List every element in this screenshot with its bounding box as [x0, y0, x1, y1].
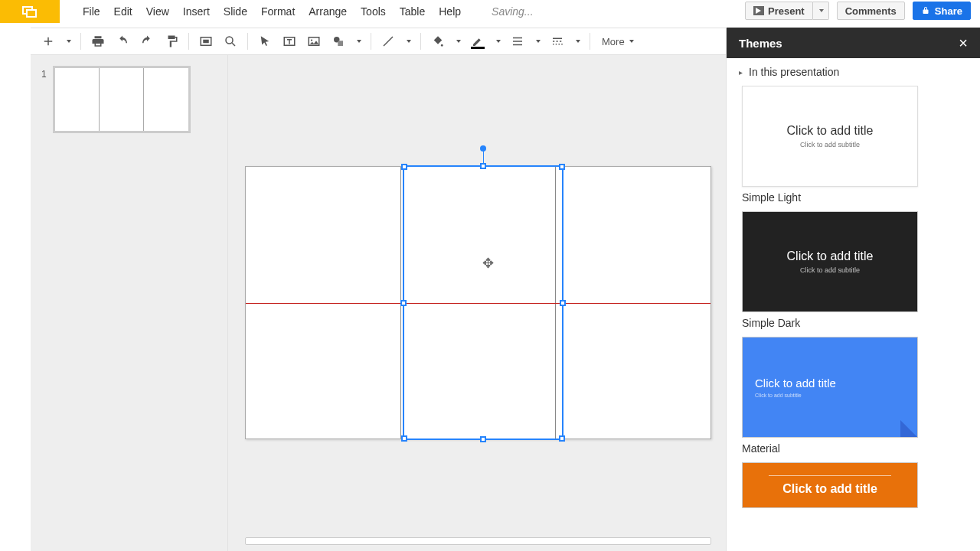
- move-cursor-icon: ✥: [479, 254, 497, 272]
- thumb-guide: [143, 68, 144, 131]
- menu-format[interactable]: Format: [261, 5, 295, 18]
- menu-slide[interactable]: Slide: [224, 5, 247, 18]
- line-dropdown[interactable]: [403, 31, 413, 51]
- canvas-area[interactable]: ✥: [228, 55, 726, 551]
- fill-color-button[interactable]: [428, 31, 448, 51]
- save-status: Saving...: [492, 5, 533, 18]
- theme-preview[interactable]: Click to add title: [742, 462, 918, 508]
- shape-tool[interactable]: [328, 31, 348, 51]
- theme-card-simple-dark: Click to add title Click to add subtitle…: [742, 211, 965, 329]
- chevron-down-icon: [407, 40, 411, 43]
- theme-preview[interactable]: Click to add title Click to add subtitle: [742, 86, 918, 187]
- new-slide-button[interactable]: [38, 31, 58, 51]
- redo-button[interactable]: [137, 31, 157, 51]
- fold-icon: [900, 420, 917, 437]
- theme-preview-title: Click to add title: [787, 249, 874, 263]
- separator: [188, 33, 189, 50]
- menu-view[interactable]: View: [146, 5, 169, 18]
- chevron-down-icon: [536, 40, 541, 43]
- new-slide-dropdown[interactable]: [63, 31, 74, 51]
- theme-preview-title: Click to add title: [755, 377, 836, 390]
- present-label: Present: [768, 5, 805, 17]
- theme-label: Simple Dark: [742, 317, 965, 329]
- line-weight-button[interactable]: [508, 31, 528, 51]
- resize-handle-tr[interactable]: [559, 164, 565, 170]
- shape-dropdown[interactable]: [353, 31, 364, 51]
- filmstrip: 1: [31, 55, 228, 551]
- theme-preview[interactable]: Click to add title Click to add subtitle: [742, 337, 918, 438]
- theme-preview-title: Click to add title: [782, 482, 877, 496]
- menu-bar: File Edit View Insert Slide Format Arran…: [0, 0, 980, 23]
- resize-handle-tm[interactable]: [480, 163, 486, 169]
- menu-table[interactable]: Table: [400, 5, 425, 18]
- menu-insert[interactable]: Insert: [183, 5, 210, 18]
- more-button[interactable]: More: [597, 36, 639, 47]
- svg-point-7: [311, 39, 312, 41]
- present-dropdown[interactable]: [813, 2, 829, 20]
- paint-format-button[interactable]: [162, 31, 181, 51]
- speaker-notes-bar[interactable]: [245, 537, 711, 545]
- menu-help[interactable]: Help: [439, 5, 461, 18]
- theme-preview[interactable]: Click to add title Click to add subtitle: [742, 211, 918, 312]
- separator: [371, 33, 371, 50]
- fill-color-dropdown[interactable]: [452, 31, 463, 51]
- svg-point-4: [226, 37, 233, 44]
- share-button[interactable]: Share: [913, 2, 971, 20]
- svg-rect-9: [338, 41, 343, 46]
- textbox-tool[interactable]: [279, 31, 299, 51]
- themes-section-toggle[interactable]: In this presentation: [727, 58, 980, 86]
- present-button[interactable]: Present: [745, 2, 813, 20]
- close-icon[interactable]: ×: [959, 34, 968, 52]
- chevron-down-icon: [496, 40, 501, 43]
- divider: [769, 475, 891, 476]
- zoom-button[interactable]: [220, 31, 240, 51]
- guide-horizontal: [246, 303, 710, 304]
- rotate-handle[interactable]: [480, 145, 486, 152]
- svg-rect-3: [203, 40, 209, 44]
- theme-label: Material: [742, 442, 965, 455]
- image-tool[interactable]: [304, 31, 324, 51]
- menu-arrange[interactable]: Arrange: [309, 5, 347, 18]
- chevron-down-icon: [456, 40, 461, 43]
- share-label: Share: [935, 5, 962, 17]
- svg-rect-1: [27, 10, 36, 17]
- resize-handle-bm[interactable]: [480, 436, 486, 442]
- app-logo[interactable]: [0, 0, 60, 23]
- chevron-down-icon: [576, 40, 580, 43]
- resize-handle-bl[interactable]: [401, 435, 407, 442]
- fit-button[interactable]: [196, 31, 216, 51]
- theme-preview-sub: Click to add subtitle: [800, 266, 860, 274]
- print-button[interactable]: [88, 31, 108, 51]
- resize-handle-tl[interactable]: [401, 164, 407, 170]
- menu-file[interactable]: File: [83, 5, 100, 18]
- line-color-button[interactable]: [468, 31, 488, 51]
- color-underline: [471, 47, 485, 49]
- chevron-down-icon: [629, 40, 634, 43]
- line-color-dropdown[interactable]: [492, 31, 503, 51]
- theme-list: Click to add title Click to add subtitle…: [727, 86, 980, 548]
- separator: [590, 33, 590, 50]
- theme-preview-title: Click to add title: [787, 124, 874, 138]
- line-dash-button[interactable]: [547, 31, 567, 51]
- select-tool[interactable]: [255, 31, 275, 51]
- menu-items: File Edit View Insert Slide Format Arran…: [83, 5, 534, 18]
- slide-thumbnail[interactable]: [53, 66, 191, 133]
- themes-title: Themes: [739, 37, 782, 50]
- separator: [420, 33, 421, 50]
- thumb-guide: [99, 68, 100, 131]
- line-tool[interactable]: [378, 31, 398, 51]
- rotate-connector: [483, 152, 484, 167]
- separator: [80, 33, 81, 50]
- comments-button[interactable]: Comments: [837, 2, 905, 20]
- slide-number: 1: [41, 69, 47, 133]
- menu-tools[interactable]: Tools: [361, 5, 386, 18]
- chevron-down-icon: [819, 9, 824, 12]
- undo-button[interactable]: [113, 31, 132, 51]
- line-weight-dropdown[interactable]: [532, 31, 543, 51]
- slide-canvas[interactable]: [245, 166, 711, 439]
- resize-handle-br[interactable]: [559, 435, 565, 442]
- theme-preview-sub: Click to add subtitle: [755, 393, 802, 398]
- line-dash-dropdown[interactable]: [572, 31, 583, 51]
- menu-edit[interactable]: Edit: [114, 5, 132, 18]
- more-label: More: [602, 36, 625, 47]
